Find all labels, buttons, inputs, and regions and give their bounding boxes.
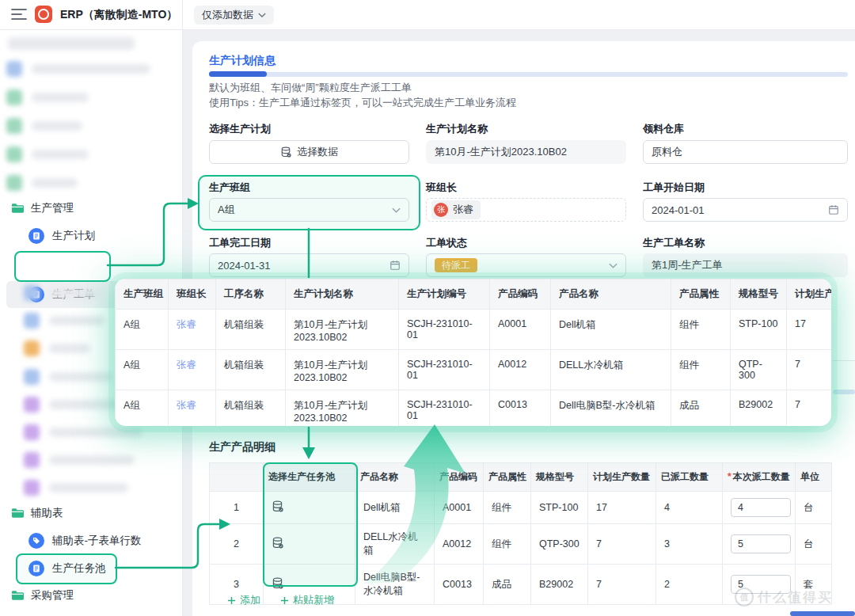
leader-link[interactable]: 张睿: [169, 350, 216, 390]
team-leader-label: 班组长: [426, 181, 457, 195]
plan-name-cell: 第10月-生产计划2023.10B02: [286, 310, 399, 350]
sidebar-item-production-plan[interactable]: 生产计划: [0, 222, 209, 249]
detail-section-title: 生产产品明细: [209, 440, 276, 454]
select-plan-label: 选择生产计划: [209, 122, 271, 136]
finish-date-value: 2024-01-31: [218, 260, 390, 272]
popup-header-team: 生产班组: [116, 279, 169, 310]
calendar-icon: [828, 204, 839, 215]
product-name-cell: Dell机箱: [355, 492, 435, 524]
product-name-cell: Dell电脑B型-水冷机箱: [551, 390, 671, 427]
paste-add-button[interactable]: 粘贴新增: [276, 592, 339, 608]
sidebar-item-blurred[interactable]: [6, 175, 22, 191]
sidebar-item-blurred[interactable]: [6, 146, 22, 162]
team-value: A组: [218, 203, 392, 217]
warehouse-field[interactable]: 原料仓: [643, 140, 848, 164]
plan-qty-cell: 7: [588, 524, 656, 565]
plan-qty-cell: 7: [787, 350, 832, 390]
spec-cell: QTP-300: [531, 524, 588, 565]
plan-qty-cell: 7: [787, 390, 832, 427]
product-code-cell: A0001: [435, 492, 484, 524]
sidebar-item-blurred[interactable]: [24, 285, 40, 301]
product-attr-cell: 组件: [671, 350, 731, 390]
add-data-mode-label: 仅添加数据: [202, 8, 253, 22]
dispatched-qty-cell: 2: [656, 565, 723, 605]
sidebar-item-blurred: [32, 121, 82, 131]
plan-name-label: 生产计划名称: [426, 122, 488, 136]
avatar: 张: [434, 203, 448, 217]
order-name-value: 第1周-生产工单: [652, 258, 723, 272]
process-cell: 机箱组装: [216, 390, 286, 427]
product-attr-cell: 成品: [671, 390, 731, 427]
current-qty-input[interactable]: [731, 534, 791, 553]
sidebar-item-blurred: [49, 483, 128, 492]
plus-icon: [227, 596, 236, 605]
sidebar-item-blurred[interactable]: [24, 397, 40, 413]
sidebar-item-blurred[interactable]: [24, 480, 40, 496]
team-select[interactable]: A组: [209, 198, 409, 222]
product-attr-cell: 成品: [484, 565, 531, 605]
popup-header-row: 生产班组 班组长 工序名称 生产计划名称 生产计划编号 产品编码 产品名称 产品…: [116, 279, 832, 310]
chevron-down-icon: [258, 13, 266, 17]
detail-header-row: 选择生产任务池 产品名称 产品编码 产品属性 规格型号 计划生产数量 已派工数量…: [210, 463, 832, 492]
sidebar-item-blurred[interactable]: [24, 369, 40, 385]
plan-name-cell: 第10月-生产计划2023.10B02: [286, 390, 399, 427]
plan-name-field: 第10月-生产计划2023.10B02: [426, 140, 626, 164]
tab-production-plan-info[interactable]: 生产计划信息: [209, 54, 276, 68]
watermark-icon: 值: [735, 587, 754, 606]
sidebar-item-blurred[interactable]: [24, 313, 40, 329]
form-description-line2: 使用Tips：生产工单通过标签页，可以一站式完成生产工单业务流程: [209, 96, 516, 110]
sidebar-item-blurred[interactable]: [24, 340, 40, 356]
popup-row[interactable]: A组 张睿 机箱组装 第10月-生产计划2023.10B02 SCJH-2310…: [116, 310, 832, 350]
sidebar-item-blurred[interactable]: [6, 118, 22, 134]
sidebar-item-aux-subrow-label: 辅助表-子表单行数: [52, 534, 142, 548]
finish-date-label: 工单完工日期: [209, 236, 271, 250]
add-row-button[interactable]: 添加: [222, 592, 265, 608]
spec-cell: QTP-300: [731, 350, 787, 390]
select-plan-data-button[interactable]: 选择数据: [209, 140, 409, 164]
sidebar-item-blurred[interactable]: [8, 37, 135, 50]
product-code-cell: C0013: [435, 565, 484, 605]
database-select-icon: [272, 577, 283, 589]
start-date-value: 2024-01-01: [652, 204, 828, 216]
add-data-mode-button[interactable]: 仅添加数据: [194, 6, 274, 25]
member-chip[interactable]: 张 张睿: [431, 200, 481, 219]
tag-icon: [28, 533, 44, 549]
product-name-cell: DELL水冷机箱: [551, 350, 671, 390]
popup-header-plan-qty: 计划生产数量: [787, 279, 832, 310]
order-status-select[interactable]: 待派工: [426, 253, 626, 277]
start-date-field[interactable]: 2024-01-01: [643, 198, 848, 222]
sidebar-item-blurred[interactable]: [6, 61, 22, 77]
popup-row[interactable]: A组 张睿 机箱组装 第10月-生产计划2023.10B02 SCJH-2310…: [116, 390, 832, 427]
sidebar-item-blurred: [49, 344, 90, 353]
folder-icon: [11, 203, 25, 214]
popup-row[interactable]: A组 张睿 机箱组装 第10月-生产计划2023.10B02 SCJH-2310…: [116, 350, 832, 390]
detail-header-plan-qty: 计划生产数量: [588, 463, 656, 492]
sidebar-folder-purchase[interactable]: 采购管理: [0, 582, 192, 609]
task-pool-select-cell[interactable]: [264, 524, 355, 565]
popup-header-plan-code: 生产计划编号: [399, 279, 490, 310]
task-pool-select-cell[interactable]: [264, 492, 355, 524]
popup-header-product-name: 产品名称: [551, 279, 671, 310]
plan-qty-cell: 17: [588, 492, 656, 524]
leader-link[interactable]: 张睿: [169, 310, 216, 350]
calendar-icon: [390, 260, 401, 271]
sidebar-folder-production[interactable]: 生产管理: [0, 195, 192, 222]
menu-collapse-icon[interactable]: [11, 8, 27, 21]
dispatched-qty-cell: 3: [656, 524, 723, 565]
popup-header-product-attr: 产品属性: [671, 279, 731, 310]
sidebar-item-blurred: [32, 93, 89, 102]
sidebar-folder-auxiliary[interactable]: 辅助表: [0, 500, 192, 527]
finish-date-field[interactable]: 2024-01-31: [209, 253, 409, 277]
popup-header-product-code: 产品编码: [490, 279, 551, 310]
sidebar-item-task-pool[interactable]: 生产任务池: [0, 555, 209, 582]
leader-link[interactable]: 张睿: [169, 390, 216, 427]
detail-row: 1 Dell机箱 A0001 组件 STP-100 17 4 台: [210, 492, 832, 524]
current-qty-input[interactable]: [731, 498, 791, 517]
sidebar-item-blurred[interactable]: [6, 89, 22, 105]
sidebar-item-blurred[interactable]: [24, 452, 40, 468]
sidebar-item-blurred: [49, 316, 104, 325]
team-leader-field[interactable]: 张 张睿: [426, 198, 626, 222]
popup-header-plan-name: 生产计划名称: [286, 279, 399, 310]
sidebar-item-aux-subrow[interactable]: 辅助表-子表单行数: [0, 527, 209, 554]
sidebar-item-blurred[interactable]: [24, 424, 40, 440]
